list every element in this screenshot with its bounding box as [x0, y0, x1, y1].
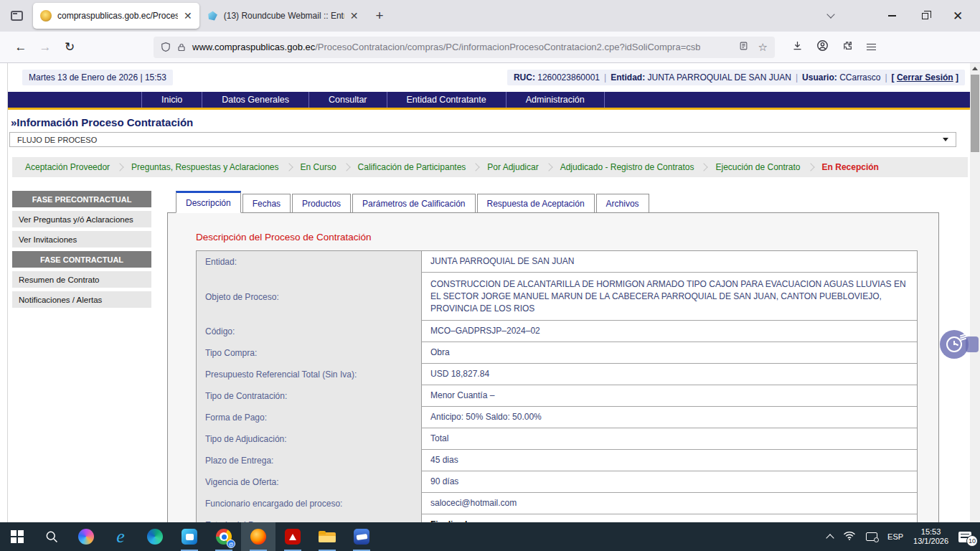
row-label: Plazo de Entrega: — [197, 450, 421, 471]
tab-descripcion[interactable]: Descripción — [176, 191, 241, 213]
wing-icon — [960, 334, 966, 340]
language-indicator[interactable]: ESP — [887, 532, 903, 541]
acrobat-icon[interactable] — [275, 522, 310, 551]
browser-tab-compraspublicas[interactable]: compraspublicas.gob.ec/Proces ✕ — [33, 3, 199, 29]
table-row: Entidad:JUNTA PARROQUIAL DE SAN JUAN — [197, 251, 917, 273]
row-value: 90 días — [421, 471, 917, 493]
reader-mode-icon[interactable] — [739, 41, 748, 53]
flow-chevron-icon — [285, 163, 293, 171]
table-row: Presupuesto Referencial Total (Sin Iva):… — [197, 364, 917, 385]
copilot-icon[interactable] — [69, 522, 103, 551]
browser-toolbar: ← → ↻ www.compraspublicas.gob.ec/Proceso… — [0, 32, 980, 63]
menu-hamburger-icon[interactable] — [867, 44, 876, 51]
scroll-up-arrow-icon[interactable] — [970, 63, 980, 74]
detail-tabs: Descripción Fechas Productos Parámetros … — [167, 191, 939, 212]
tab-productos[interactable]: Productos — [292, 194, 351, 213]
flow-step-ejecucion[interactable]: Ejecución de Contrato — [715, 162, 800, 172]
back-button[interactable]: ← — [9, 40, 33, 55]
account-icon[interactable] — [816, 39, 829, 55]
row-value: MCO–GADPRSJP–2024–02 — [421, 321, 917, 342]
vertical-scrollbar[interactable] — [970, 63, 980, 522]
flujo-de-proceso-dropdown[interactable]: FLUJO DE PROCESO — [9, 132, 956, 147]
tracking-shield-icon[interactable] — [161, 42, 171, 52]
menu-item-consultar[interactable]: Consultar — [309, 92, 387, 108]
file-explorer-icon[interactable] — [310, 522, 344, 551]
panel-heading: Descripción del Proceso de Contratación — [196, 232, 918, 242]
minimize-button[interactable] — [875, 3, 908, 29]
firefox-view-icon[interactable] — [6, 5, 27, 27]
sidebar-item-notificaciones[interactable]: Notificaciones / Alertas — [12, 291, 151, 308]
reload-button[interactable]: ↻ — [57, 39, 82, 55]
start-button[interactable] — [0, 522, 34, 551]
session-info-badge: RUC: 1260023860001|Entidad: JUNTA PARROQ… — [507, 70, 965, 85]
outlook-icon[interactable] — [172, 522, 207, 551]
menu-item-entidad-contratante[interactable]: Entidad Contratante — [387, 92, 507, 108]
firefox-icon[interactable] — [241, 522, 275, 551]
menu-item-administracion[interactable]: Administración — [507, 92, 605, 108]
screen-cast-icon[interactable] — [866, 532, 877, 541]
bookmark-star-icon[interactable]: ☆ — [758, 41, 768, 54]
row-value: Anticipo: 50% Saldo: 50.00% — [421, 407, 917, 428]
tray-date: 13/1/2026 — [913, 537, 948, 545]
tab-parametros[interactable]: Parámetros de Calificación — [352, 194, 475, 213]
main-menu: Inicio Datos Generales Consultar Entidad… — [8, 92, 972, 110]
wifi-icon[interactable] — [843, 531, 856, 542]
row-label: Objeto de Proceso: — [197, 273, 421, 321]
row-label: Tipo de Adjudicación: — [197, 428, 421, 450]
flow-step-por-adjudicar[interactable]: Por Adjudicar — [487, 162, 538, 172]
extensions-puzzle-icon[interactable] — [842, 40, 853, 54]
edge-icon[interactable] — [138, 522, 172, 551]
row-value: saloceci@hotmail.com — [421, 493, 917, 514]
site-header: Martes 13 de Enero de 2026 | 15:53 RUC: … — [8, 63, 972, 92]
flow-step-en-curso[interactable]: En Curso — [301, 162, 336, 172]
tab-fechas[interactable]: Fechas — [242, 194, 291, 213]
url-bar[interactable]: www.compraspublicas.gob.ec/ProcesoContra… — [154, 37, 775, 58]
tab-archivos[interactable]: Archivos — [596, 194, 649, 213]
table-row: Tipo de Adjudicación:Total — [197, 428, 917, 450]
sidebar-item-resumen-contrato[interactable]: Resumen de Contrato — [12, 271, 151, 288]
flow-step-aceptacion-proveedor[interactable]: Aceptación Proveedor — [25, 162, 110, 172]
close-window-button[interactable]: ✕ — [941, 3, 974, 29]
list-all-tabs-icon[interactable] — [826, 10, 834, 18]
new-tab-button[interactable]: + — [375, 8, 383, 24]
flow-step-en-recepcion[interactable]: En Recepción — [822, 162, 879, 172]
row-label: Código: — [197, 321, 421, 342]
row-value: CONSTRUCCION DE ALCANTARILLA DE HORMIGON… — [421, 273, 917, 321]
tray-clock[interactable]: 15:53 13/1/2026 — [913, 527, 948, 546]
logout-link[interactable]: Cerrar Sesión — [897, 72, 953, 83]
sidebar-item-ver-preguntas[interactable]: Ver Preguntas y/ó Aclaraciones — [12, 211, 151, 227]
tray-expand-icon[interactable] — [826, 534, 834, 542]
browser-tab-roundcube[interactable]: (13) Roundcube Webmail :: Entr ✕ — [199, 3, 366, 29]
close-tab-icon[interactable]: ✕ — [184, 11, 192, 21]
datetime-badge: Martes 13 de Enero de 2026 | 15:53 — [22, 70, 173, 85]
close-tab-icon[interactable]: ✕ — [350, 11, 359, 21]
roundcube-icon — [207, 10, 218, 22]
row-value: Total — [421, 428, 917, 450]
chrome-icon[interactable]: @ — [207, 522, 241, 551]
ruc-value: 1260023860001 — [537, 72, 600, 83]
flow-step-adjudicado[interactable]: Adjudicado - Registro de Contratos — [560, 162, 694, 172]
ruc-label: RUC: — [514, 72, 535, 83]
flow-chevron-icon — [342, 163, 350, 171]
search-icon[interactable] — [34, 522, 69, 551]
flow-chevron-icon — [545, 163, 552, 171]
zoomit-app-icon[interactable] — [344, 522, 379, 551]
sidebar-item-ver-invitaciones[interactable]: Ver Invitaciones — [12, 231, 151, 248]
scrollbar-thumb[interactable] — [971, 75, 979, 152]
flow-step-calificacion[interactable]: Calificación de Participantes — [358, 162, 466, 172]
row-value: USD 18,827.84 — [421, 364, 917, 385]
flow-step-preguntas[interactable]: Preguntas, Respuestas y Aclaraciones — [131, 162, 278, 172]
internet-explorer-icon[interactable]: e — [103, 522, 138, 551]
menu-item-datos-generales[interactable]: Datos Generales — [202, 92, 309, 108]
floating-clock-extension-badge[interactable] — [940, 330, 969, 359]
sidebar: FASE PRECONTRACTUAL Ver Preguntas y/ó Ac… — [12, 191, 151, 522]
entidad-value: JUNTA PARROQUIAL DE SAN JUAN — [647, 72, 791, 83]
tab-respuesta-aceptacion[interactable]: Respuesta de Aceptación — [477, 194, 595, 213]
menu-item-inicio[interactable]: Inicio — [141, 92, 202, 108]
row-value: Menor Cuantía – — [421, 385, 917, 407]
restore-button[interactable] — [908, 3, 941, 29]
downloads-icon[interactable] — [792, 40, 803, 54]
forward-button[interactable]: → — [33, 40, 57, 55]
notification-center-icon[interactable]: 10 — [958, 532, 971, 542]
lock-icon[interactable] — [177, 42, 186, 52]
